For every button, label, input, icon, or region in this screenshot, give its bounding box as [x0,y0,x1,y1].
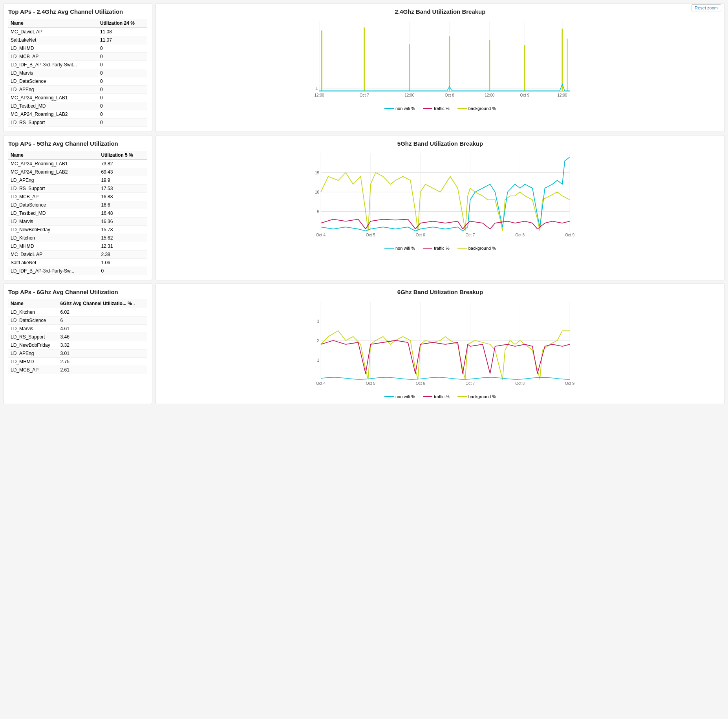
cell-name: LD_NewBobFriday [8,226,99,234]
cell-value: 15.78 [99,226,147,234]
svg-text:12:00: 12:00 [485,93,494,97]
cell-value: 0 [98,77,147,86]
table-row: LD_DataScience16.6 [8,201,147,209]
cell-value: 73.82 [99,160,147,168]
legend-label-traffic-6: traffic % [434,394,450,399]
row-5ghz: Top APs - 5Ghz Avg Channel Utilization N… [3,135,725,280]
svg-text:Oct 9: Oct 9 [520,93,529,97]
chart-title-5ghz: 5Ghz Band Utilization Breakup [161,140,720,147]
legend-line-non-wifi-5 [384,248,394,249]
chart-panel-24ghz: 2.4Ghz Band Utilization Breakup Reset zo… [155,3,725,132]
svg-text:Oct 8: Oct 8 [445,93,454,97]
table-row: MC_DavidL AP2.38 [8,251,147,259]
table-row: LD_MCB_AP0 [8,53,147,61]
svg-text:3: 3 [317,319,319,324]
chart-panel-5ghz: 5Ghz Band Utilization Breakup 51015Oct 4… [155,135,725,280]
cell-name: LD_MHMD [8,242,99,251]
col-name-24ghz: Name [8,19,98,28]
row-6ghz: Top APs - 6Ghz Avg Channel Utilization N… [3,284,725,404]
cell-value: 4.61 [58,325,147,333]
table-container-24ghz[interactable]: Name Utilization 24 % MC_DavidL AP11.08S… [8,19,147,127]
cell-name: LD_RS_Support [8,185,99,193]
main-grid: Top APs - 2.4Ghz Avg Channel Utilization… [3,3,725,404]
cell-value: 16.6 [99,201,147,209]
table-row: LD_APEng3.01 [8,349,147,358]
svg-text:Oct 5: Oct 5 [366,381,375,386]
cell-value: 6.02 [58,308,147,317]
table-row: LD_APEng19.9 [8,176,147,185]
svg-text:12:00: 12:00 [404,93,414,97]
table-container-5ghz[interactable]: Name Utilization 5 % MC_AP24_Roaming_LAB… [8,151,147,275]
table-row: LD_IDF_B_AP-3rd-Party-Swit...0 [8,61,147,69]
table-panel-6ghz: Top APs - 6Ghz Avg Channel Utilization N… [3,284,152,404]
cell-name: LD_DataScience [8,201,99,209]
cell-value: 0 [98,102,147,110]
legend-non-wifi-24: non wifi % [384,106,415,111]
svg-text:Oct 4: Oct 4 [316,233,326,237]
table-row: LD_Kitchen15.62 [8,234,147,242]
cell-value: 19.9 [99,176,147,185]
cell-value: 69.43 [99,168,147,176]
table-row: LD_RS_Support0 [8,119,147,127]
legend-background-5: background % [457,246,496,251]
cell-name: MC_AP24_Roaming_LAB2 [8,110,98,119]
cell-name: LD_MCB_AP [8,193,99,201]
legend-traffic-6: traffic % [423,394,450,399]
table-container-6ghz[interactable]: Name 6Ghz Avg Channel Utilizatio... % ↓ … [8,299,147,374]
cell-name: LD_IDF_B_AP-3rd-Party-Swit... [8,61,98,69]
cell-value: 0 [98,94,147,102]
table-row: LD_MHMD2.75 [8,358,147,366]
table-row: LD_NewBobFriday3.32 [8,341,147,349]
svg-text:Oct 8: Oct 8 [515,233,525,237]
legend-line-traffic-5 [423,248,432,249]
table-row: LD_MHMD0 [8,44,147,53]
legend-line-background-24 [457,108,467,109]
table-row: SaltLakeNet11.07 [8,36,147,44]
table-row: LD_Kitchen6.02 [8,308,147,317]
reset-zoom-button[interactable]: Reset zoom [691,4,721,11]
svg-text:Oct 7: Oct 7 [465,381,475,386]
chart-area-6ghz: 123Oct 4Oct 5Oct 6Oct 7Oct 8Oct 9 [161,298,720,392]
col-name-5ghz: Name [8,151,99,160]
legend-non-wifi-5: non wifi % [384,246,415,251]
cell-value: 17.53 [99,185,147,193]
svg-text:Oct 5: Oct 5 [366,233,375,237]
cell-value: 0 [98,69,147,77]
svg-text:5: 5 [317,210,319,214]
cell-value: 0 [98,53,147,61]
cell-name: LD_Kitchen [8,234,99,242]
cell-name: SaltLakeNet [8,36,98,44]
table-row: MC_DavidL AP11.08 [8,28,147,36]
legend-line-non-wifi-24 [384,108,394,109]
cell-value: 11.08 [98,28,147,36]
table-title-24ghz: Top APs - 2.4Ghz Avg Channel Utilization [8,8,147,15]
table-24ghz: Name Utilization 24 % MC_DavidL AP11.08S… [8,19,147,127]
row-24ghz: Top APs - 2.4Ghz Avg Channel Utilization… [3,3,725,132]
cell-value: 3.01 [58,349,147,358]
table-panel-24ghz: Top APs - 2.4Ghz Avg Channel Utilization… [3,3,152,132]
cell-name: LD_IDF_B_AP-3rd-Party-Sw... [8,267,99,275]
table-row: SaltLakeNet1.06 [8,259,147,267]
cell-value: 0 [99,267,147,275]
legend-label-background-6: background % [468,394,496,399]
cell-value: 1.06 [99,259,147,267]
legend-traffic-5: traffic % [423,246,450,251]
cell-value: 16.36 [99,218,147,226]
legend-5ghz: non wifi % traffic % background % [161,246,720,251]
chart-panel-6ghz: 6Ghz Band Utilization Breakup 123Oct 4Oc… [155,284,725,404]
svg-text:2: 2 [317,338,319,343]
cell-value: 15.62 [99,234,147,242]
col-name-6ghz: Name [8,299,58,308]
cell-value: 12.31 [99,242,147,251]
legend-line-non-wifi-6 [384,396,394,397]
svg-text:Oct 6: Oct 6 [416,381,425,386]
cell-name: LD_DataScience [8,77,98,86]
cell-name: MC_DavidL AP [8,251,99,259]
table-row: LD_IDF_B_AP-3rd-Party-Sw...0 [8,267,147,275]
cell-name: LD_MCB_AP [8,53,98,61]
cell-name: LD_APEng [8,86,98,94]
legend-line-traffic-6 [423,396,432,397]
cell-name: MC_AP24_Roaming_LAB1 [8,94,98,102]
table-row: LD_DataScience0 [8,77,147,86]
table-title-5ghz: Top APs - 5Ghz Avg Channel Utilization [8,140,147,147]
